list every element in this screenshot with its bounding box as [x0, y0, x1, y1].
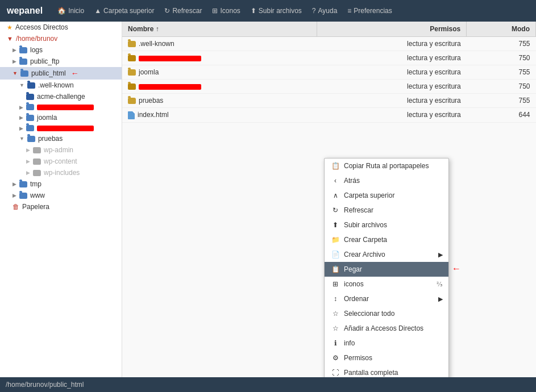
sidebar: ★ Accesos Directos ▼ /home/brunov ▶ logs…: [0, 22, 122, 377]
col-permisos[interactable]: Permisos: [317, 22, 466, 37]
paste-icon: 📋: [331, 265, 339, 273]
ctx-subir-archivos[interactable]: ⬆ Subir archivos: [325, 218, 448, 232]
sidebar-item-public-ftp[interactable]: ▶ public_ftp: [0, 56, 122, 67]
file-table: Nombre ↑ Permisos Modo .well-known lectu…: [122, 22, 536, 123]
ctx-iconos[interactable]: ⊞ iconos ⅔: [325, 277, 448, 291]
sidebar-item-pruebas[interactable]: ▼ pruebas: [0, 133, 122, 144]
table-row[interactable]: .well-known lectura y escritura 755: [122, 37, 536, 51]
sidebar-item-logs[interactable]: ▶ logs: [0, 44, 122, 56]
expand-icon: ▼: [19, 136, 24, 141]
redacted-name-1: [37, 105, 94, 110]
sidebar-item-redacted1[interactable]: ▶: [0, 102, 122, 112]
folder-icon: [128, 41, 136, 47]
sidebar-item-tmp[interactable]: ▶ tmp: [0, 178, 122, 190]
ctx-permisos[interactable]: ⚙ Permisos: [325, 351, 448, 365]
ctx-ordenar[interactable]: ↕ Ordenar ▶: [325, 291, 448, 306]
folder-icon: [128, 55, 136, 61]
red-arrow-indicator: ←: [71, 69, 79, 78]
sidebar-item-home-brunov[interactable]: ▼ /home/brunov: [0, 33, 122, 44]
col-nombre[interactable]: Nombre ↑: [122, 22, 317, 37]
nav-preferencias[interactable]: ≡ Preferencias: [347, 7, 392, 15]
expand-icon: ▶: [19, 105, 23, 110]
newfolder-icon: 📁: [331, 236, 339, 244]
nav-carpeta-superior[interactable]: ▲ Carpeta superior: [94, 7, 154, 15]
sidebar-label: wp-includes: [44, 169, 80, 177]
sidebar-item-public-html[interactable]: ▼ public_html ←: [0, 67, 122, 80]
folder-icon: [19, 193, 27, 199]
nav-ayuda[interactable]: ? Ayuda: [312, 7, 338, 15]
red-arrow-pegar: ←: [452, 264, 461, 274]
folder-icon: [33, 159, 41, 165]
file-name: joomla: [139, 68, 159, 76]
nav-inicio[interactable]: 🏠 Inicio: [57, 7, 84, 15]
folder-icon: [27, 82, 35, 89]
col-mode: 755: [467, 94, 536, 108]
table-row[interactable]: index.html lectura y escritura 644: [122, 108, 536, 123]
ctx-copiar-ruta[interactable]: 📋 Copiar Ruta al portapapeles: [325, 159, 448, 173]
col-perms: lectura y escritura: [317, 94, 466, 108]
col-mode: 755: [467, 65, 536, 80]
sidebar-item-wp-content[interactable]: ▶ wp-content: [0, 156, 122, 167]
sidebar-item-well-known[interactable]: ▼ .well-known: [0, 80, 122, 91]
col-mode: 755: [467, 37, 536, 51]
upload-icon: ⬆: [331, 221, 339, 229]
ctx-carpeta-superior[interactable]: ∧ Carpeta superior: [325, 188, 448, 203]
col-name: pruebas: [122, 94, 317, 108]
folder-icon: [26, 104, 34, 110]
ctx-pantalla-completa[interactable]: ⛶ Pantalla completa: [325, 365, 448, 377]
statusbar: /home/brunov/public_html: [0, 377, 536, 392]
nav-refrescar[interactable]: ↻ Refrescar: [164, 7, 202, 15]
navbar: wepanel 🏠 Inicio ▲ Carpeta superior ↻ Re…: [0, 0, 536, 22]
ctx-atras[interactable]: ‹ Atrás: [325, 173, 448, 188]
ctx-refrescar[interactable]: ↻ Refrescar: [325, 203, 448, 218]
select-all-icon: ☆: [331, 310, 339, 318]
expand-icon: ▶: [19, 115, 23, 120]
col-name: [122, 51, 317, 65]
expand-icon: ▶: [13, 193, 16, 198]
sidebar-label: joomla: [37, 114, 57, 122]
ctx-crear-archivo[interactable]: 📄 Crear Archivo ▶: [325, 247, 448, 262]
current-path: /home/brunov/public_html: [6, 381, 84, 389]
ctx-crear-carpeta[interactable]: 📁 Crear Carpeta: [325, 232, 448, 247]
file-icon: [128, 111, 135, 119]
copy-icon: 📋: [331, 162, 339, 170]
ctx-anadir-accesos[interactable]: ☆ Añadir a Accesos Directos: [325, 321, 448, 336]
table-row[interactable]: lectura y escritura 750: [122, 51, 536, 65]
sidebar-label: logs: [30, 46, 43, 54]
expand-icon: ▶: [13, 59, 16, 64]
ctx-seleccionar-todo[interactable]: ☆ Seleccionar todo: [325, 306, 448, 321]
sidebar-item-redacted2[interactable]: ▶: [0, 123, 122, 133]
sidebar-item-acme-challenge[interactable]: acme-challenge: [0, 91, 122, 102]
sidebar-label: pruebas: [38, 135, 63, 143]
folder-icon: [128, 69, 136, 76]
sidebar-item-www[interactable]: ▶ www: [0, 190, 122, 201]
col-perms: lectura y escritura: [317, 51, 466, 65]
table-row[interactable]: joomla lectura y escritura 755: [122, 65, 536, 80]
folder-icon: [33, 147, 41, 153]
perms-icon: ⚙: [331, 354, 339, 362]
sidebar-item-accesos-directos[interactable]: ★ Accesos Directos: [0, 22, 122, 33]
folder-open-icon: ▼: [7, 35, 13, 42]
context-menu: 📋 Copiar Ruta al portapapeles ‹ Atrás ∧ …: [324, 158, 449, 377]
sidebar-label: Papelera: [22, 203, 49, 211]
folder-icon: [19, 47, 27, 53]
sidebar-label: Accesos Directos: [15, 23, 68, 31]
ctx-pegar[interactable]: 📋 Pegar ←: [325, 262, 448, 277]
ctx-info[interactable]: ℹ info: [325, 336, 448, 351]
star-icon: ★: [7, 24, 13, 31]
sidebar-item-joomla[interactable]: ▶ joomla: [0, 112, 122, 123]
refresh-icon: ↻: [331, 206, 339, 214]
sidebar-item-papelera[interactable]: 🗑 Papelera: [0, 201, 122, 212]
file-name: .well-known: [139, 40, 174, 48]
table-row[interactable]: pruebas lectura y escritura 755: [122, 94, 536, 108]
file-panel: Nombre ↑ Permisos Modo .well-known lectu…: [122, 22, 536, 377]
file-name: pruebas: [139, 97, 163, 105]
col-name: joomla: [122, 65, 317, 80]
col-modo[interactable]: Modo: [467, 22, 536, 37]
sidebar-item-wp-includes[interactable]: ▶ wp-includes: [0, 167, 122, 178]
nav-iconos[interactable]: ⊞ Iconos: [212, 7, 240, 15]
sidebar-label: public_ftp: [30, 57, 59, 65]
table-row[interactable]: lectura y escritura 750: [122, 80, 536, 94]
nav-subir-archivos[interactable]: ⬆ Subir archivos: [251, 7, 302, 15]
sidebar-item-wp-admin[interactable]: ▶ wp-admin: [0, 144, 122, 156]
